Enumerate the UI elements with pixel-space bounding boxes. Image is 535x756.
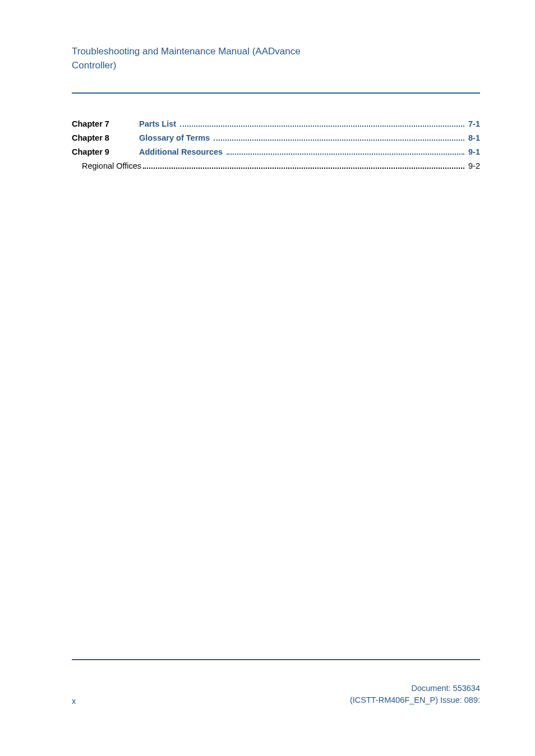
toc-page-number: 9-2 (466, 160, 480, 173)
title-line-2: Controller) (72, 60, 116, 71)
toc-entry-chapter-9[interactable]: Chapter 9 Additional Resources 9-1 (72, 146, 480, 159)
toc-leader-dots (227, 148, 464, 155)
toc-leader-dots (180, 120, 464, 127)
toc-entry-chapter-8[interactable]: Chapter 8 Glossary of Terms 8-1 (72, 132, 480, 145)
toc-page-number: 7-1 (466, 118, 480, 131)
toc-leader-dots (214, 134, 464, 141)
toc-leader-space (223, 146, 225, 159)
chapter-label: Chapter 7 (72, 118, 139, 131)
header-divider (72, 92, 480, 94)
toc-leader-space (176, 118, 178, 131)
toc-entry-chapter-7[interactable]: Chapter 7 Parts List 7-1 (72, 118, 480, 131)
toc-subentry-regional-offices[interactable]: Regional Offices 9-2 (72, 160, 480, 173)
content-spacer (72, 174, 480, 659)
chapter-label: Chapter 8 (72, 132, 139, 145)
footer-doc-line-1: Document: 553634 (350, 683, 480, 694)
toc-leader-space (210, 132, 212, 145)
table-of-contents: Chapter 7 Parts List 7-1 Chapter 8 Gloss… (72, 118, 480, 174)
toc-leader-dots (143, 162, 464, 169)
footer-doc-line-2: (ICSTT-RM406F_EN_P) Issue: 089: (350, 694, 480, 706)
document-title: Troubleshooting and Maintenance Manual (… (72, 45, 313, 72)
toc-title: Parts List (139, 118, 176, 131)
chapter-label: Chapter 9 (72, 146, 139, 159)
page-footer: x Document: 553634 (ICSTT-RM406F_EN_P) I… (72, 683, 480, 706)
title-line-1: Troubleshooting and Maintenance Manual (… (72, 46, 301, 57)
toc-page-number: 8-1 (466, 132, 480, 145)
footer-divider (72, 659, 480, 660)
toc-page-number: 9-1 (466, 146, 480, 159)
toc-title: Additional Resources (139, 146, 223, 159)
toc-link: Additional Resources 9-1 (139, 146, 480, 159)
toc-title: Regional Offices (82, 160, 141, 173)
toc-link: Parts List 7-1 (139, 118, 480, 131)
footer-page-number: x (72, 697, 76, 706)
toc-link: Regional Offices 9-2 (82, 160, 480, 173)
toc-link: Glossary of Terms 8-1 (139, 132, 480, 145)
document-page: Troubleshooting and Maintenance Manual (… (0, 0, 535, 756)
footer-document-info: Document: 553634 (ICSTT-RM406F_EN_P) Iss… (350, 683, 480, 706)
toc-title: Glossary of Terms (139, 132, 210, 145)
